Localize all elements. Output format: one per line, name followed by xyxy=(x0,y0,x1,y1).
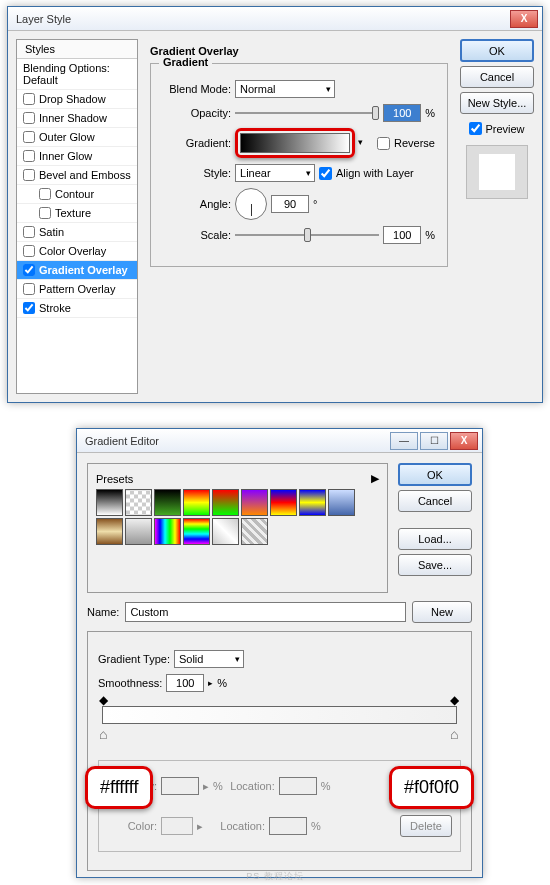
opacity-stop-left[interactable] xyxy=(99,693,109,705)
checkbox[interactable] xyxy=(39,207,51,219)
preset[interactable] xyxy=(212,489,239,516)
preview-checkbox[interactable] xyxy=(469,122,482,135)
close-button[interactable]: X xyxy=(450,432,478,450)
checkbox[interactable] xyxy=(23,169,35,181)
preset[interactable] xyxy=(183,489,210,516)
blend-mode-select[interactable]: Normal xyxy=(235,80,335,98)
ok-button[interactable]: OK xyxy=(398,463,472,486)
preset[interactable] xyxy=(125,489,152,516)
preset[interactable] xyxy=(183,518,210,545)
style-contour[interactable]: Contour xyxy=(17,185,137,204)
checkbox[interactable] xyxy=(23,302,35,314)
stop-location-1[interactable] xyxy=(279,777,317,795)
preset[interactable] xyxy=(154,489,181,516)
opacity-value[interactable]: 100 xyxy=(383,104,421,122)
preview-box xyxy=(466,145,528,199)
opacity-label: Opacity: xyxy=(163,107,231,119)
grad-type-select[interactable]: Solid xyxy=(174,650,244,668)
angle-label: Angle: xyxy=(163,198,231,210)
style-color-overlay[interactable]: Color Overlay xyxy=(17,242,137,261)
checkbox[interactable] xyxy=(23,93,35,105)
style-inner-shadow[interactable]: Inner Shadow xyxy=(17,109,137,128)
style-inner-glow[interactable]: Inner Glow xyxy=(17,147,137,166)
presets-menu-icon[interactable]: ▶ xyxy=(371,472,379,485)
presets-grid xyxy=(96,489,379,545)
style-bevel-emboss[interactable]: Bevel and Emboss xyxy=(17,166,137,185)
cancel-button[interactable]: Cancel xyxy=(460,66,534,88)
angle-dial[interactable] xyxy=(235,188,267,220)
minimize-button[interactable]: — xyxy=(390,432,418,450)
watermark: PS 教程论坛 xyxy=(0,870,550,883)
layer-style-dialog: Layer Style X Styles Blending Options: D… xyxy=(7,6,543,403)
window-title: Layer Style xyxy=(16,13,510,25)
blending-options-row[interactable]: Blending Options: Default xyxy=(17,59,137,90)
gradient-type-panel: Gradient Type: Solid Smoothness: 100 ▸ %… xyxy=(87,631,472,871)
maximize-button[interactable]: ☐ xyxy=(420,432,448,450)
ge-button-column: OK Cancel Load... Save... xyxy=(398,463,472,593)
reverse-checkbox[interactable] xyxy=(377,137,390,150)
load-button[interactable]: Load... xyxy=(398,528,472,550)
preset[interactable] xyxy=(96,489,123,516)
presets-label: Presets xyxy=(96,473,133,485)
style-outer-glow[interactable]: Outer Glow xyxy=(17,128,137,147)
style-gradient-overlay[interactable]: Gradient Overlay xyxy=(17,261,137,280)
new-style-button[interactable]: New Style... xyxy=(460,92,534,114)
preset[interactable] xyxy=(96,518,123,545)
style-drop-shadow[interactable]: Drop Shadow xyxy=(17,90,137,109)
titlebar[interactable]: Layer Style X xyxy=(8,7,542,31)
presets-panel: Presets ▶ xyxy=(87,463,388,593)
style-texture[interactable]: Texture xyxy=(17,204,137,223)
align-checkbox[interactable] xyxy=(319,167,332,180)
new-button[interactable]: New xyxy=(412,601,472,623)
style-satin[interactable]: Satin xyxy=(17,223,137,242)
style-pattern-overlay[interactable]: Pattern Overlay xyxy=(17,280,137,299)
titlebar[interactable]: Gradient Editor — ☐ X xyxy=(77,429,482,453)
checkbox[interactable] xyxy=(23,150,35,162)
stop-opacity[interactable] xyxy=(161,777,199,795)
style-select[interactable]: Linear xyxy=(235,164,315,182)
color-stop-left[interactable] xyxy=(99,726,109,738)
delete-color-stop[interactable]: Delete xyxy=(400,815,452,837)
checkbox[interactable] xyxy=(23,245,35,257)
checkbox[interactable] xyxy=(39,188,51,200)
gradient-label: Gradient: xyxy=(163,137,231,149)
preset[interactable] xyxy=(154,518,181,545)
cancel-button[interactable]: Cancel xyxy=(398,490,472,512)
opacity-slider[interactable] xyxy=(235,106,379,120)
smoothness-value[interactable]: 100 xyxy=(166,674,204,692)
stop-location-2[interactable] xyxy=(269,817,307,835)
gradient-legend: Gradient xyxy=(159,56,212,68)
preset[interactable] xyxy=(125,518,152,545)
preset[interactable] xyxy=(270,489,297,516)
window-title: Gradient Editor xyxy=(85,435,390,447)
preset[interactable] xyxy=(212,518,239,545)
opacity-stop-right[interactable] xyxy=(450,693,460,705)
stop-color-swatch[interactable] xyxy=(161,817,193,835)
styles-panel: Styles Blending Options: Default Drop Sh… xyxy=(16,39,138,394)
ok-button[interactable]: OK xyxy=(460,39,534,62)
angle-value[interactable]: 90 xyxy=(271,195,309,213)
style-stroke[interactable]: Stroke xyxy=(17,299,137,318)
styles-header[interactable]: Styles xyxy=(17,40,137,59)
preset[interactable] xyxy=(328,489,355,516)
preset[interactable] xyxy=(299,489,326,516)
checkbox[interactable] xyxy=(23,264,35,276)
gradient-swatch[interactable] xyxy=(240,133,350,153)
name-input[interactable] xyxy=(125,602,406,622)
gradient-bar[interactable] xyxy=(102,706,457,724)
checkbox[interactable] xyxy=(23,131,35,143)
close-button[interactable]: X xyxy=(510,10,538,28)
scale-slider[interactable] xyxy=(235,228,379,242)
checkbox[interactable] xyxy=(23,226,35,238)
save-button[interactable]: Save... xyxy=(398,554,472,576)
color-stop-right[interactable] xyxy=(450,726,460,738)
style-label: Style: xyxy=(163,167,231,179)
preset[interactable] xyxy=(241,518,268,545)
button-column: OK Cancel New Style... Preview xyxy=(460,39,534,394)
scale-value[interactable]: 100 xyxy=(383,226,421,244)
checkbox[interactable] xyxy=(23,283,35,295)
grad-type-label: Gradient Type: xyxy=(98,653,170,665)
checkbox[interactable] xyxy=(23,112,35,124)
name-label: Name: xyxy=(87,606,119,618)
preset[interactable] xyxy=(241,489,268,516)
